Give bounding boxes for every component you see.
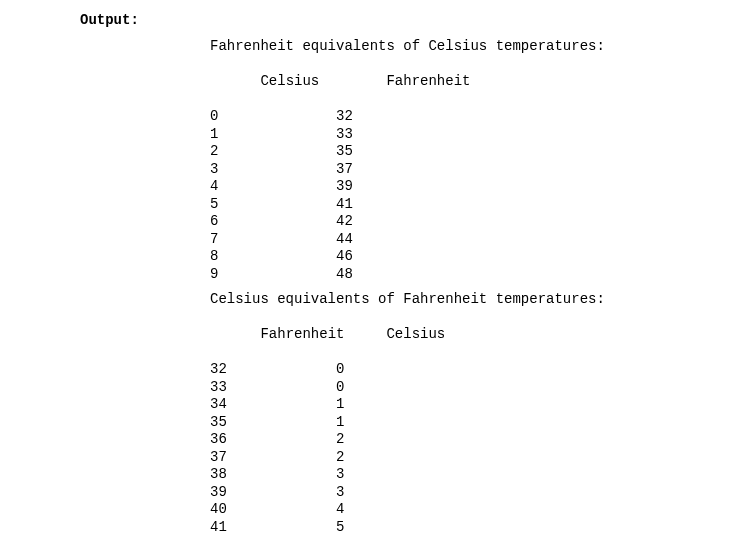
table-row: 948 bbox=[210, 266, 740, 284]
block1-title: Fahrenheit equivalents of Celsius temper… bbox=[210, 38, 740, 56]
cell: 33 bbox=[210, 379, 336, 397]
table-row: 362 bbox=[210, 431, 740, 449]
cell: 3 bbox=[336, 466, 344, 484]
table-row: 744 bbox=[210, 231, 740, 249]
table-row: 846 bbox=[210, 248, 740, 266]
cell: 8 bbox=[210, 248, 336, 266]
cell: 37 bbox=[336, 161, 353, 179]
output-content: Fahrenheit equivalents of Celsius temper… bbox=[0, 28, 740, 536]
cell: 5 bbox=[336, 519, 344, 537]
cell: 1 bbox=[210, 126, 336, 144]
table-row: 642 bbox=[210, 213, 740, 231]
cell: 32 bbox=[336, 108, 353, 126]
table-row: 383 bbox=[210, 466, 740, 484]
cell: 46 bbox=[336, 248, 353, 266]
block2-header-col1: Fahrenheit bbox=[260, 326, 386, 344]
cell: 38 bbox=[210, 466, 336, 484]
table-row: 032 bbox=[210, 108, 740, 126]
table-row: 415 bbox=[210, 519, 740, 537]
cell: 3 bbox=[336, 484, 344, 502]
cell: 48 bbox=[336, 266, 353, 284]
output-heading: Output: bbox=[0, 0, 740, 28]
block1-header-row: CelsiusFahrenheit bbox=[210, 56, 740, 109]
block1-header-col2: Fahrenheit bbox=[386, 73, 470, 91]
table-row: 235 bbox=[210, 143, 740, 161]
cell: 35 bbox=[210, 414, 336, 432]
cell: 2 bbox=[336, 449, 344, 467]
cell: 0 bbox=[336, 361, 344, 379]
cell: 0 bbox=[336, 379, 344, 397]
cell: 0 bbox=[210, 108, 336, 126]
cell: 41 bbox=[336, 196, 353, 214]
cell: 40 bbox=[210, 501, 336, 519]
cell: 42 bbox=[336, 213, 353, 231]
cell: 35 bbox=[336, 143, 353, 161]
cell: 33 bbox=[336, 126, 353, 144]
cell: 36 bbox=[210, 431, 336, 449]
cell: 2 bbox=[210, 143, 336, 161]
cell: 32 bbox=[210, 361, 336, 379]
cell: 6 bbox=[210, 213, 336, 231]
table-row: 404 bbox=[210, 501, 740, 519]
cell: 41 bbox=[210, 519, 336, 537]
cell: 44 bbox=[336, 231, 353, 249]
cell: 1 bbox=[336, 396, 344, 414]
table-row: 337 bbox=[210, 161, 740, 179]
block2-header-col2: Celsius bbox=[386, 326, 445, 344]
cell: 39 bbox=[210, 484, 336, 502]
block-fahrenheit-to-celsius: Celsius equivalents of Fahrenheit temper… bbox=[210, 291, 740, 536]
table-row: 341 bbox=[210, 396, 740, 414]
cell: 3 bbox=[210, 161, 336, 179]
cell: 2 bbox=[336, 431, 344, 449]
table-row: 541 bbox=[210, 196, 740, 214]
table-row: 330 bbox=[210, 379, 740, 397]
table-row: 133 bbox=[210, 126, 740, 144]
table-row: 393 bbox=[210, 484, 740, 502]
block2-header-row: FahrenheitCelsius bbox=[210, 309, 740, 362]
block1-header-col1: Celsius bbox=[260, 73, 386, 91]
cell: 37 bbox=[210, 449, 336, 467]
cell: 4 bbox=[336, 501, 344, 519]
cell: 5 bbox=[210, 196, 336, 214]
cell: 1 bbox=[336, 414, 344, 432]
cell: 39 bbox=[336, 178, 353, 196]
table-row: 320 bbox=[210, 361, 740, 379]
table-row: 351 bbox=[210, 414, 740, 432]
cell: 4 bbox=[210, 178, 336, 196]
block2-title: Celsius equivalents of Fahrenheit temper… bbox=[210, 291, 740, 309]
block-celsius-to-fahrenheit: Fahrenheit equivalents of Celsius temper… bbox=[210, 38, 740, 283]
cell: 9 bbox=[210, 266, 336, 284]
table-row: 372 bbox=[210, 449, 740, 467]
table-row: 439 bbox=[210, 178, 740, 196]
cell: 34 bbox=[210, 396, 336, 414]
cell: 7 bbox=[210, 231, 336, 249]
